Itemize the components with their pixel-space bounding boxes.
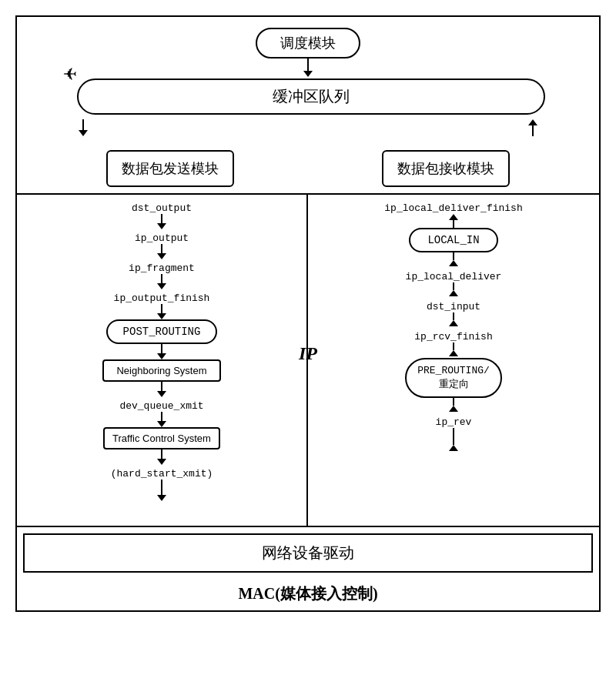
mac-label: MAC(媒体接入控制) [17, 579, 599, 610]
traffic-control-box: Traffic Control System [103, 427, 220, 449]
modules-row: 数据包发送模块 数据包接收模块 [17, 144, 599, 193]
ip-fragment-label: ip_fragment [129, 262, 195, 274]
top-section: ✈ 调度模块 缓冲区队列 [17, 17, 599, 144]
dst-input-label: dst_input [427, 301, 480, 312]
post-routing-box: POST_ROUTING [106, 319, 218, 344]
network-driver-box: 网络设备驱动 [23, 533, 593, 573]
dst-output-label: dst_output [132, 202, 192, 214]
packet-send-box: 数据包发送模块 [106, 150, 234, 187]
hard-start-xmit-label: (hard_start_xmit) [111, 468, 213, 480]
ip-output-label: ip_output [135, 232, 189, 244]
bird-icon: ✈ [63, 65, 77, 85]
scheduler-box: 调度模块 [256, 28, 360, 58]
packet-recv-box: 数据包接收模块 [382, 150, 510, 187]
ip-rev-label: ip_rev [436, 416, 472, 428]
neighboring-system-box: Neighboring System [102, 359, 220, 382]
ip-local-deliver-label: ip_local_deliver [406, 271, 502, 282]
diagram-container: ✈ 调度模块 缓冲区队列 数据包 [15, 15, 601, 612]
main-flow-area: dst_output ip_output ip_fragment ip_outp… [17, 195, 599, 526]
left-output-column: dst_output ip_output ip_fragment ip_outp… [17, 195, 308, 526]
ip-local-deliver-finish-label: ip_local_deliver_finish [384, 202, 522, 214]
local-in-box: LOCAL_IN [409, 228, 497, 252]
right-input-column: ip_local_deliver_finish LOCAL_IN ip_loca… [308, 195, 599, 526]
ip-center-label: IP [299, 343, 317, 364]
ip-output-finish-label: ip_output_finish [114, 292, 210, 304]
dev-queue-xmit-label: dev_queue_xmit [119, 400, 203, 412]
pre-routing-box: PRE_ROUTING/重定向 [405, 358, 502, 398]
buffer-queue-box: 缓冲区队列 [77, 79, 546, 115]
bottom-section: 网络设备驱动 MAC(媒体接入控制) [17, 526, 599, 610]
ip-rcv-finish-label: ip_rcv_finish [414, 331, 492, 343]
